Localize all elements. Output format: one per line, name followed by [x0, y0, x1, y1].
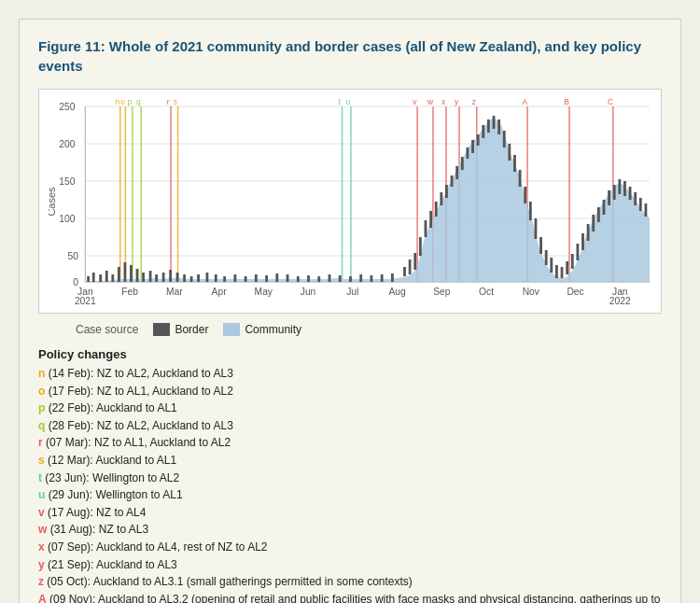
border-legend-label: Border	[175, 323, 208, 336]
svg-text:B: B	[564, 99, 569, 106]
border-bar	[223, 276, 226, 282]
policy-item-v: v (17 Aug): NZ to AL4	[38, 504, 662, 522]
chart-title: Figure 11: Whole of 2021 community and b…	[38, 36, 662, 76]
policy-item-A: A (09 Nov): Auckland to AL3.2 (opening o…	[38, 591, 662, 603]
svg-text:z: z	[472, 99, 477, 106]
community-area	[85, 118, 650, 282]
border-bar	[603, 200, 606, 215]
border-bar	[435, 202, 438, 217]
border-bar	[519, 170, 522, 187]
border-bar	[155, 274, 158, 282]
x-label-jul: Jul	[346, 286, 358, 297]
border-bar	[524, 187, 526, 203]
policy-v-text: (17 Aug): NZ to AL4	[48, 506, 146, 519]
border-bar	[87, 276, 90, 282]
border-bar	[197, 274, 200, 282]
x-label-sep: Sep	[433, 286, 450, 297]
svg-text:s: s	[174, 99, 178, 106]
policy-item-q: q (28 Feb): NZ to AL2, Auckland to AL3	[38, 417, 662, 435]
border-bar	[136, 269, 139, 282]
border-bar	[497, 119, 500, 134]
border-bar	[608, 190, 610, 205]
legend-title: Case source	[76, 323, 138, 336]
border-bar	[190, 276, 193, 282]
border-bar	[162, 273, 165, 282]
border-bar	[255, 274, 258, 282]
policy-r-text: (07 Mar): NZ to AL1, Auckland to AL2	[46, 436, 231, 449]
border-bar	[419, 237, 422, 256]
policy-t-text: (23 Jun): Wellington to AL2	[45, 471, 179, 484]
policy-o-text: (17 Feb): NZ to AL1, Auckland to AL2	[49, 385, 233, 398]
border-bar	[339, 275, 342, 282]
border-bar	[581, 233, 584, 250]
border-bar	[329, 274, 331, 282]
policy-item-y: y (21 Sep): Auckland to AL3	[38, 556, 662, 574]
x-label-mar: Mar	[166, 286, 183, 297]
policy-item-p: p (22 Feb): Auckland to AL1	[38, 400, 662, 417]
svg-text:y: y	[455, 99, 459, 106]
policy-item-o: o (17 Feb): NZ to AL1, Auckland to AL2	[38, 383, 662, 400]
policy-item-s: s (12 Mar): Auckland to AL1	[38, 452, 662, 470]
policy-item-z: z (05 Oct): Auckland to AL3.1 (small gat…	[38, 573, 662, 591]
y-axis-label: 250	[59, 101, 75, 112]
border-bar	[111, 274, 114, 282]
svg-text:w: w	[427, 99, 434, 106]
border-bar	[183, 274, 186, 282]
border-bar	[429, 211, 432, 228]
policy-item-w: w (31 Aug): NZ to AL3	[38, 521, 662, 539]
svg-text:u: u	[346, 99, 351, 106]
border-bar	[233, 274, 236, 282]
border-bar	[403, 267, 406, 276]
border-bar	[413, 253, 416, 270]
y-axis-label: 200	[59, 138, 75, 149]
border-bar	[307, 275, 310, 282]
border-bar	[503, 131, 506, 147]
border-bar	[550, 258, 553, 273]
x-label-2021: 2021	[75, 295, 96, 304]
border-bar	[317, 276, 320, 282]
border-bar	[477, 134, 480, 146]
border-bar	[451, 175, 454, 187]
border-bar	[535, 218, 538, 239]
border-bar	[149, 271, 152, 282]
y-axis-label: 150	[59, 175, 75, 187]
border-bar	[571, 254, 574, 269]
svg-text:n: n	[116, 99, 120, 106]
border-bar	[206, 273, 209, 282]
svg-text:t: t	[339, 99, 342, 106]
border-bar	[613, 185, 616, 200]
border-bar	[455, 166, 458, 179]
border-bar	[639, 198, 642, 211]
border-bar	[245, 276, 247, 282]
border-bar	[461, 157, 464, 170]
chart-area: 250 200 150 100 50 0 Cases Jan 2021 Feb	[38, 89, 662, 314]
border-bar	[391, 273, 394, 282]
policy-item-x: x (07 Sep): Auckland to AL4, rest of NZ …	[38, 539, 662, 556]
main-container: Figure 11: Whole of 2021 community and b…	[19, 19, 681, 603]
x-label-jun: Jun	[301, 286, 316, 297]
policy-u-text: (29 Jun): Wellington to AL1	[49, 488, 183, 501]
border-bar	[130, 265, 133, 282]
x-label-2022: 2022	[609, 295, 631, 304]
border-bar	[349, 276, 352, 282]
border-bar	[425, 220, 427, 237]
policy-x-text: (07 Sep): Auckland to AL4, rest of NZ to…	[48, 540, 267, 554]
border-bar	[592, 215, 595, 231]
community-legend-label: Community	[245, 323, 301, 336]
x-label-nov: Nov	[523, 286, 540, 297]
x-label-apr: Apr	[212, 286, 227, 297]
legend-community: Community	[223, 323, 301, 336]
x-label-may: May	[255, 286, 273, 297]
policy-y-text: (21 Sep): Auckland to AL3	[48, 558, 177, 571]
border-bar	[105, 271, 108, 282]
legend-border: Border	[153, 323, 208, 336]
border-bar	[508, 144, 511, 161]
svg-text:v: v	[413, 99, 417, 106]
border-bar	[371, 275, 373, 282]
border-bar	[118, 267, 120, 282]
border-bar	[409, 259, 412, 274]
border-bar	[471, 140, 474, 153]
y-title: Cases	[49, 187, 57, 216]
border-bar	[467, 147, 469, 159]
border-bar	[381, 274, 384, 282]
